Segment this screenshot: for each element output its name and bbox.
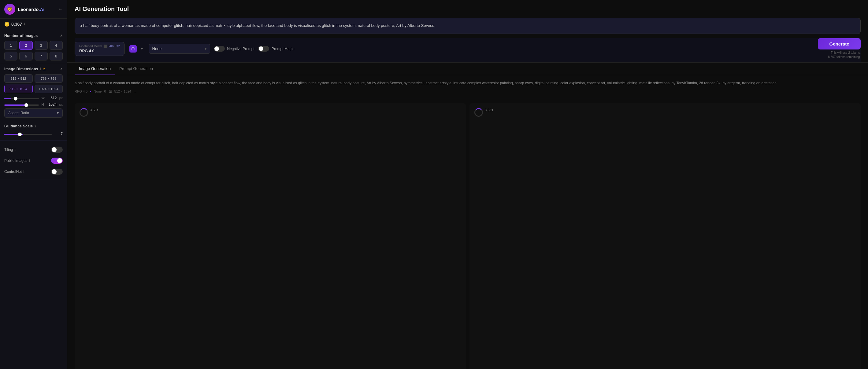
model-chevron-icon[interactable]: ▾ (138, 45, 145, 52)
model-name: RPG 4.0 (79, 48, 120, 53)
num-btn-2[interactable]: 2 (19, 41, 32, 50)
image-card-2[interactable]: 3.58s 头条 @HuggingFace (469, 103, 861, 369)
image-card-1[interactable]: 3.58s (74, 103, 466, 369)
dimensions-warning-icon: ⚠ (42, 67, 45, 71)
height-slider[interactable] (4, 104, 39, 106)
prompt-magic-group: Prompt Magic (258, 46, 294, 52)
guidance-value: 7 (54, 132, 63, 136)
tiling-label: Tiling (4, 147, 13, 152)
width-slider-wrap (4, 96, 39, 100)
sidebar: 🦁 Leonardo.Ai ← 🪙 8,367 ℹ Number of Imag… (0, 0, 67, 369)
height-slider-row: H 1024 px (4, 102, 63, 107)
gen-size: 512 × 1024 (114, 89, 131, 94)
public-images-row: Public Images ℹ (4, 155, 63, 166)
public-images-info-icon[interactable]: ℹ (29, 159, 30, 163)
prompt-magic-label: Prompt Magic (272, 47, 294, 51)
gen-style: None (94, 89, 101, 94)
tab-prompt-generation[interactable]: Prompt Generation (115, 63, 157, 75)
toggles-section: Tiling ℹ Public Images ℹ ControlNet ℹ (0, 140, 67, 180)
width-label: W (41, 96, 45, 100)
image-dimensions-label: Image Dimensions (4, 67, 38, 71)
dim-grid: 512 × 512 768 × 768 512 × 1024 1024 × 10… (4, 74, 63, 93)
model-selector[interactable]: Finetuned Model ⬛ 640×832 RPG 4.0 (74, 42, 124, 56)
num-btn-3[interactable]: 3 (35, 41, 48, 50)
tiling-label-wrap: Tiling ℹ (4, 147, 16, 152)
loading-spinner-1 (80, 108, 88, 117)
tiling-info-icon[interactable]: ℹ (14, 148, 16, 152)
prompt-display[interactable]: a half body portrait of a woman as made … (74, 18, 861, 34)
height-slider-wrap (4, 102, 39, 107)
gen-count: 0 (104, 89, 106, 94)
height-value: 1024 (48, 102, 57, 107)
token-info-icon[interactable]: ℹ (24, 22, 25, 26)
width-value: 512 (48, 96, 57, 100)
guidance-slider-wrap (4, 131, 52, 136)
dim-btn-1024x1024[interactable]: 1024 × 1024 (35, 85, 63, 93)
guidance-scale-label: Guidance Scale (4, 124, 33, 128)
back-icon[interactable]: ← (58, 6, 63, 12)
num-btn-7[interactable]: 7 (35, 52, 48, 61)
width-unit: px (59, 96, 63, 100)
model-icon[interactable]: ⬡ (129, 45, 137, 53)
aspect-ratio-chevron: ▾ (57, 111, 59, 115)
negative-prompt-toggle[interactable] (214, 46, 225, 52)
aspect-ratio-button[interactable]: Aspect Ratio ▾ (4, 108, 63, 118)
number-of-images-label: Number of Images (4, 34, 38, 38)
model-actions: ⬡ ▾ (129, 45, 145, 53)
dimensions-chevron[interactable]: ∧ (60, 67, 63, 71)
guidance-slider-row: 7 (4, 131, 63, 136)
number-of-images-header: Number of Images ∧ (4, 34, 63, 38)
toolbar: Finetuned Model ⬛ 640×832 RPG 4.0 ⬡ ▾ No… (74, 38, 861, 62)
num-btn-4[interactable]: 4 (50, 41, 63, 50)
token-icon: 🪙 (4, 22, 9, 27)
generate-button[interactable]: Generate (818, 38, 861, 49)
tab-image-generation[interactable]: Image Generation (74, 63, 115, 75)
number-of-images-chevron[interactable]: ∧ (60, 34, 63, 38)
brand-name: Leonardo.Ai (18, 7, 45, 12)
guidance-scale-section: Guidance Scale ℹ 7 (0, 120, 67, 140)
public-images-label: Public Images (4, 159, 27, 163)
guidance-info-icon[interactable]: ℹ (35, 124, 36, 128)
guidance-slider[interactable] (4, 134, 52, 135)
token-count: 8,367 (11, 22, 22, 27)
style-selector[interactable]: None ▾ (149, 44, 210, 54)
brand: 🦁 Leonardo.Ai (4, 4, 45, 15)
dot-separator-1 (90, 91, 91, 92)
controlnet-label-wrap: ControlNet ℹ (4, 170, 25, 174)
image-grid: 3.58s 3.58s 头条 @HuggingFace (74, 103, 861, 369)
num-grid: 1 2 3 4 5 6 7 8 (4, 41, 63, 61)
gen-meta: RPG 4.0 None 0 🖼 512 × 1024 ... (74, 89, 861, 94)
main-header: AI Generation Tool a half body portrait … (67, 0, 868, 63)
token-cost-info: This will use 2 tokens. 8,367 tokens rem… (828, 51, 861, 59)
num-btn-5[interactable]: 5 (4, 52, 18, 61)
tiling-toggle[interactable] (51, 146, 63, 153)
dim-btn-768x768[interactable]: 768 × 768 (35, 74, 63, 83)
controlnet-toggle[interactable] (51, 169, 63, 175)
number-of-images-section: Number of Images ∧ 1 2 3 4 5 6 7 8 (0, 30, 67, 63)
image-dimensions-section: Image Dimensions ℹ ⚠ ∧ 512 × 512 768 × 7… (0, 63, 67, 120)
dim-btn-512x1024[interactable]: 512 × 1024 (4, 85, 33, 93)
model-label: Finetuned Model ⬛ 640×832 (79, 44, 120, 48)
prompt-full-text: a half body portrait of a woman as made … (74, 80, 861, 86)
dimensions-info-icon[interactable]: ℹ (40, 67, 41, 71)
style-chevron-icon: ▾ (205, 46, 207, 51)
brand-avatar: 🦁 (4, 4, 15, 15)
tabs: Image Generation Prompt Generation (67, 63, 868, 75)
main-content: AI Generation Tool a half body portrait … (67, 0, 868, 369)
gen-size-icon: 🖼 (108, 89, 112, 94)
width-slider[interactable] (4, 98, 39, 99)
num-btn-6[interactable]: 6 (19, 52, 32, 61)
negative-prompt-label: Negative Prompt (227, 47, 254, 51)
sidebar-header: 🦁 Leonardo.Ai ← (0, 0, 67, 19)
prompt-magic-toggle[interactable] (258, 46, 269, 52)
dim-btn-512x512[interactable]: 512 × 512 (4, 74, 33, 83)
num-btn-8[interactable]: 8 (50, 52, 63, 61)
public-images-toggle[interactable] (51, 158, 63, 164)
controlnet-label: ControlNet (4, 170, 22, 174)
gen-more[interactable]: ... (134, 89, 136, 94)
num-btn-1[interactable]: 1 (4, 41, 18, 50)
generate-area: Generate This will use 2 tokens. 8,367 t… (818, 38, 861, 59)
negative-prompt-group: Negative Prompt (214, 46, 254, 52)
loading-spinner-2 (474, 108, 483, 117)
controlnet-info-icon[interactable]: ℹ (23, 170, 25, 174)
